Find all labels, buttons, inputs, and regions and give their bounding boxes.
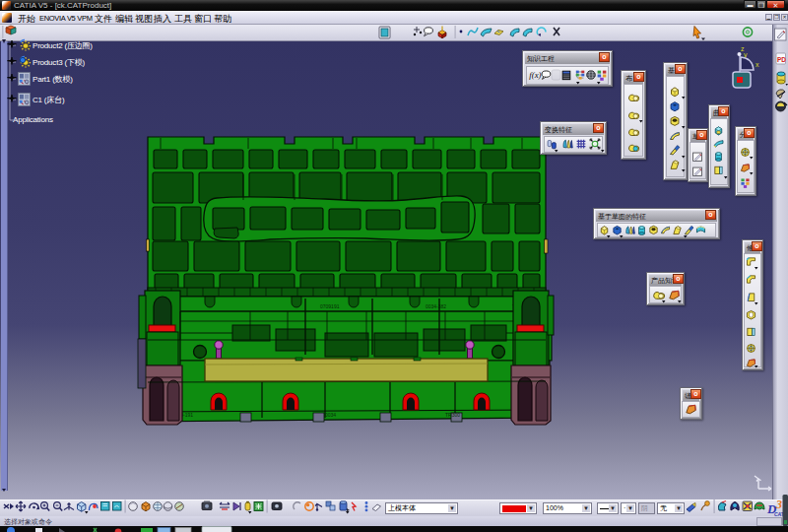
svg-text:0034-382: 0034-382 <box>426 303 446 309</box>
svg-text:TR300: TR300 <box>445 412 460 418</box>
svg-text:0709191: 0709191 <box>320 303 340 309</box>
svg-text:0034: 0034 <box>325 412 336 418</box>
